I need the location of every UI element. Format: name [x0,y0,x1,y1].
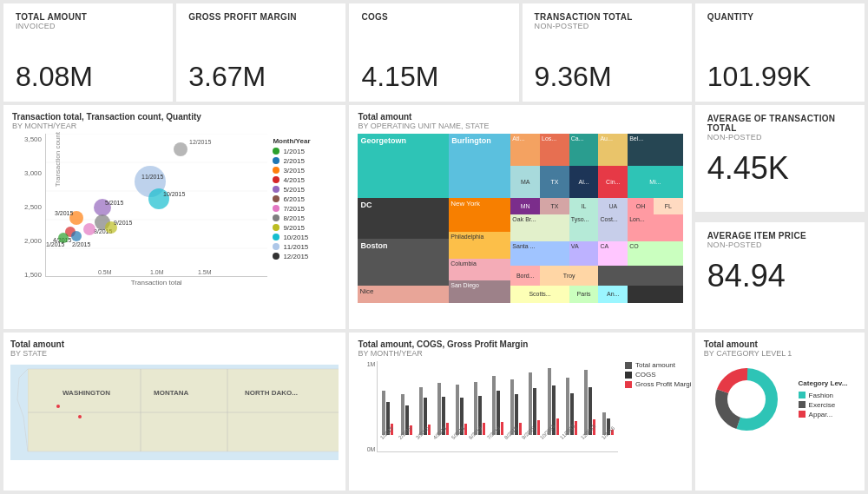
donut-legend-item: Appar... [799,411,848,418]
scatter-legend-item: 5/2015 [273,186,337,194]
treemap-cell-scotts[interactable]: Scotts... [510,286,569,303]
treemap-cell-philly[interactable]: Philadelphia [449,232,510,259]
y-axis-3000: 3,000 [24,169,42,177]
kpi-total-amount: Total amount INVOICED 8.08M [3,3,173,102]
avg-item-price-sublabel: NON-POSTED [707,240,852,249]
treemap-cell-ma[interactable]: MA [510,166,540,198]
treemap-cell-columbia[interactable]: Columbia [449,259,510,280]
treemap-cell-lon[interactable]: Lon... [628,214,683,241]
treemap-cell-mi[interactable]: Mi... [628,166,683,198]
bar-group [508,361,524,435]
svg-text:3/2015: 3/2015 [55,210,74,216]
treemap-cell-bla[interactable]: Al... [569,166,599,198]
scatter-legend-item: 1/2015 [273,148,337,155]
treemap-cell-oh[interactable]: OH [628,198,654,215]
treemap-cell-cost[interactable]: Cost... [598,214,628,241]
donut-legend-item: Exercise [799,401,848,409]
svg-point-41 [727,380,766,418]
treemap-cell-sandiego[interactable]: San Diego [449,280,510,302]
treemap-cell-georgetown[interactable]: Georgetown [358,134,449,198]
treemap-cell-santa[interactable]: Santa ... [510,241,569,265]
bar-y-1m: 1M [367,361,376,367]
kpi-transaction-total-sublabel: NON-POSTED [535,22,680,30]
map-svg: WASHINGTON MONTANA NORTH DAKO... [10,365,339,460]
treemap-cell-burlington[interactable]: Burlington [449,134,510,198]
treemap-cell-nice[interactable]: Nice [358,286,449,303]
bar-group [582,361,598,435]
svg-text:NORTH DAKO...: NORTH DAKO... [245,389,298,397]
kpi-gross-profit-label: Gross Profit Margin [188,12,333,22]
treemap-cell-cin[interactable]: Cin... [598,166,628,198]
scatter-legend-item: 10/2015 [273,234,337,241]
svg-text:0.5M: 0.5M [98,269,112,275]
treemap-cell-il[interactable]: IL [569,198,599,215]
svg-point-36 [56,405,60,408]
svg-text:9/2015: 9/2015 [114,220,133,226]
scatter-chart-card: Transaction total, Transaction count, Qu… [3,105,345,330]
treemap-cell-co[interactable]: CO [628,241,683,265]
treemap-cell-tyso[interactable]: Tyso... [569,214,599,241]
kpi-cogs-value: 4.15M [361,61,506,93]
bar-legend-item: Gross Profit Margin [625,380,692,388]
scatter-legend-item: 2/2015 [273,157,337,165]
treemap-cell-bel[interactable]: Bel... [628,134,683,166]
scatter-legend-item: 6/2015 [273,195,337,203]
svg-text:10/2015: 10/2015 [163,191,185,197]
treemap-cell-au[interactable]: Au... [598,134,628,166]
treemap-cell-fl[interactable]: FL [654,198,683,215]
treemap-cell-tx2[interactable]: TX [540,198,569,215]
scatter-subtitle: BY MONTH/YEAR [12,122,337,130]
treemap-cell-dc[interactable]: DC [358,198,449,239]
donut-legend-title: Category Lev... [799,379,848,387]
scatter-svg: 12/2015 11/2015 10/2015 5/2015 3/2015 [45,134,267,277]
scatter-legend: Month/Year 1/20152/20153/20154/20155/201… [267,134,337,294]
treemap-cell-atl[interactable]: Atl... [510,134,540,166]
treemap-cell-ca2[interactable]: CA [598,241,628,265]
donut-title: Total amount [704,339,856,349]
donut-legend-item: Fashion [799,392,848,399]
treemap-cell-troy[interactable]: Troy [540,266,598,286]
treemap-subtitle: BY OPERATING UNIT NAME, STATE [358,122,682,130]
bar-y-0m: 0M [367,446,376,452]
treemap-cell-va[interactable]: VA [569,241,599,265]
kpi-cogs-label: COGS [361,12,506,22]
kpi-cogs: COGS 4.15M [349,3,518,102]
avg-transaction-sublabel: NON-POSTED [707,133,852,142]
treemap-cell-paris[interactable]: Paris [569,286,599,303]
kpi-gross-profit: Gross Profit Margin 3.67M [176,3,345,102]
bar-legend-item: COGS [625,371,692,379]
treemap-cell-dark1[interactable] [598,266,682,286]
treemap-cell-oakbr[interactable]: Oak Br... [510,214,569,241]
map-card: Total amount BY STATE WASHINGTON MONTANA… [3,333,345,491]
bar-group [417,361,433,435]
svg-text:2/2015: 2/2015 [72,241,91,247]
treemap-cell-boston[interactable]: Boston [358,239,449,287]
kpi-transaction-total-value: 9.36M [535,61,680,93]
x-axis-label: Transaction total [45,279,267,287]
treemap-title: Total amount [358,112,682,122]
treemap-cell-bord[interactable]: Bord... [510,266,540,286]
treemap-cell-ua[interactable]: UA [598,198,628,215]
treemap-cell-mn[interactable]: MN [510,198,540,215]
treemap-cell-an[interactable]: An... [598,286,628,303]
treemap-cell-tx1[interactable]: TX [540,166,569,198]
svg-text:1/2015: 1/2015 [46,241,65,247]
bar-group [600,361,616,435]
svg-text:MONTANA: MONTANA [154,389,189,397]
svg-point-6 [174,142,187,156]
bar-group [490,361,506,435]
kpi-total-amount-label: Total amount [16,12,161,22]
kpi-gross-profit-value: 3.67M [188,61,333,93]
map-subtitle: BY STATE [10,349,339,358]
y-axis-1500: 1,500 [24,271,42,279]
avg-item-price-title: Average item price [707,231,852,240]
y-axis-2000: 2,000 [24,237,42,245]
bar-group [379,361,396,435]
treemap-cell-los[interactable]: Los... [540,134,569,166]
treemap-cell-dark2[interactable] [628,286,683,303]
svg-text:5/2015: 5/2015 [105,200,124,206]
donut-svg [712,365,781,434]
treemap-cell-ca[interactable]: Ca... [569,134,599,166]
treemap-cell-newyork[interactable]: New York [449,198,510,232]
svg-text:WASHINGTON: WASHINGTON [62,389,110,397]
